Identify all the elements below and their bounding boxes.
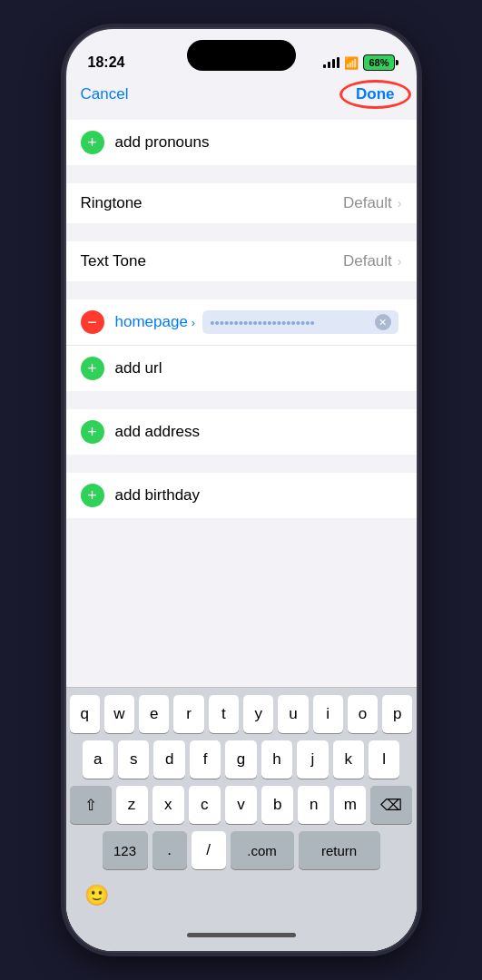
wifi-icon: 📶: [344, 56, 359, 70]
signal-icon: [323, 57, 339, 68]
backspace-key[interactable]: ⌫: [370, 786, 412, 824]
key-t[interactable]: t: [209, 695, 239, 733]
ringtone-label: Ringtone: [81, 194, 343, 212]
add-address-icon: +: [81, 420, 104, 444]
key-o[interactable]: o: [348, 695, 378, 733]
section-gap-5: [66, 400, 417, 409]
content-area: Cancel Done + add pronouns Ringtone Defa…: [66, 78, 417, 951]
battery-icon: 68%: [363, 54, 394, 71]
url-clear-button[interactable]: ✕: [375, 314, 391, 330]
key-b[interactable]: b: [261, 786, 293, 824]
url-section: − homepage › •••••••••••••••••••••• ✕ + …: [66, 299, 417, 391]
done-button[interactable]: Done: [349, 82, 402, 106]
address-section: + add address: [66, 409, 417, 455]
add-birthday-row[interactable]: + add birthday: [66, 473, 417, 518]
key-n[interactable]: n: [298, 786, 330, 824]
home-indicator-bar: [70, 922, 413, 947]
key-a[interactable]: a: [83, 740, 113, 779]
key-q[interactable]: q: [70, 695, 100, 733]
add-pronouns-label: add pronouns: [115, 133, 402, 152]
key-e[interactable]: e: [139, 695, 169, 733]
key-i[interactable]: i: [313, 695, 343, 733]
birthday-section: + add birthday: [66, 473, 417, 518]
key-w[interactable]: w: [104, 695, 134, 733]
section-gap-2: [66, 174, 417, 183]
text-tone-label: Text Tone: [81, 252, 343, 270]
pronouns-section: + add pronouns: [66, 120, 417, 165]
key-c[interactable]: c: [189, 786, 221, 824]
text-tone-chevron-icon: ›: [398, 254, 402, 269]
key-z[interactable]: z: [116, 786, 148, 824]
key-r[interactable]: r: [173, 695, 203, 733]
text-tone-section: Text Tone Default ›: [66, 241, 417, 281]
url-input-field[interactable]: •••••••••••••••••••••• ✕: [202, 310, 398, 334]
section-gap-4: [66, 290, 417, 299]
add-pronouns-row[interactable]: + add pronouns: [66, 120, 417, 165]
slash-key[interactable]: /: [192, 831, 226, 869]
keyboard: q w e r t y u i o p a s d f g h j k: [66, 687, 417, 951]
ringtone-chevron-icon: ›: [398, 196, 402, 211]
keyboard-row-1: q w e r t y u i o p: [70, 695, 413, 733]
nav-bar: Cancel Done: [66, 78, 417, 111]
add-pronouns-icon: +: [81, 131, 104, 154]
shift-key[interactable]: ⇧: [70, 786, 112, 824]
key-k[interactable]: k: [333, 740, 364, 779]
add-url-row[interactable]: + add url: [66, 346, 417, 391]
return-key[interactable]: return: [299, 831, 380, 869]
key-y[interactable]: y: [243, 695, 273, 733]
done-button-wrapper: Done: [349, 85, 402, 103]
phone-frame: 18:24 📶 68% Cancel Done: [64, 27, 418, 953]
key-j[interactable]: j: [297, 740, 328, 779]
homepage-label: homepage: [115, 313, 188, 331]
text-tone-value: Default: [343, 252, 392, 270]
section-gap-1: [66, 111, 417, 120]
add-url-icon: +: [81, 357, 104, 380]
key-s[interactable]: s: [118, 740, 149, 779]
section-gap-3: [66, 232, 417, 241]
keyboard-row-3: ⇧ z x c v b n m ⌫: [70, 786, 413, 824]
add-url-label: add url: [115, 359, 402, 377]
key-u[interactable]: u: [278, 695, 308, 733]
emoji-key[interactable]: 🙂: [77, 877, 117, 915]
period-key[interactable]: .: [152, 831, 187, 869]
homepage-row[interactable]: − homepage › •••••••••••••••••••••• ✕: [66, 299, 417, 346]
ringtone-row[interactable]: Ringtone Default ›: [66, 183, 417, 223]
key-p[interactable]: p: [382, 695, 412, 733]
key-g[interactable]: g: [225, 740, 256, 779]
keyboard-bottom-row: 🙂: [70, 877, 413, 915]
ringtone-section: Ringtone Default ›: [66, 183, 417, 223]
numbers-key[interactable]: 123: [103, 831, 148, 869]
dynamic-island: [187, 40, 296, 71]
text-tone-row[interactable]: Text Tone Default ›: [66, 241, 417, 281]
keyboard-row-2: a s d f g h j k l: [70, 740, 413, 779]
add-address-row[interactable]: + add address: [66, 409, 417, 455]
url-value: ••••••••••••••••••••••: [210, 315, 370, 330]
key-f[interactable]: f: [190, 740, 221, 779]
keyboard-row-4: 123 . / .com return: [70, 831, 413, 869]
home-indicator: [187, 933, 296, 937]
status-icons: 📶 68%: [323, 54, 394, 73]
dotcom-key[interactable]: .com: [231, 831, 294, 869]
key-v[interactable]: v: [225, 786, 257, 824]
key-m[interactable]: m: [334, 786, 366, 824]
add-birthday-icon: +: [81, 484, 104, 507]
add-birthday-label: add birthday: [115, 486, 402, 505]
remove-homepage-icon[interactable]: −: [81, 310, 104, 334]
cancel-button[interactable]: Cancel: [81, 85, 129, 103]
ringtone-value: Default: [343, 194, 392, 212]
status-time: 18:24: [88, 54, 125, 73]
section-gap-6: [66, 464, 417, 473]
key-d[interactable]: d: [153, 740, 184, 779]
add-address-label: add address: [115, 423, 402, 441]
key-x[interactable]: x: [152, 786, 184, 824]
key-h[interactable]: h: [261, 740, 292, 779]
key-l[interactable]: l: [369, 740, 399, 779]
homepage-chevron-icon: ›: [192, 316, 195, 329]
